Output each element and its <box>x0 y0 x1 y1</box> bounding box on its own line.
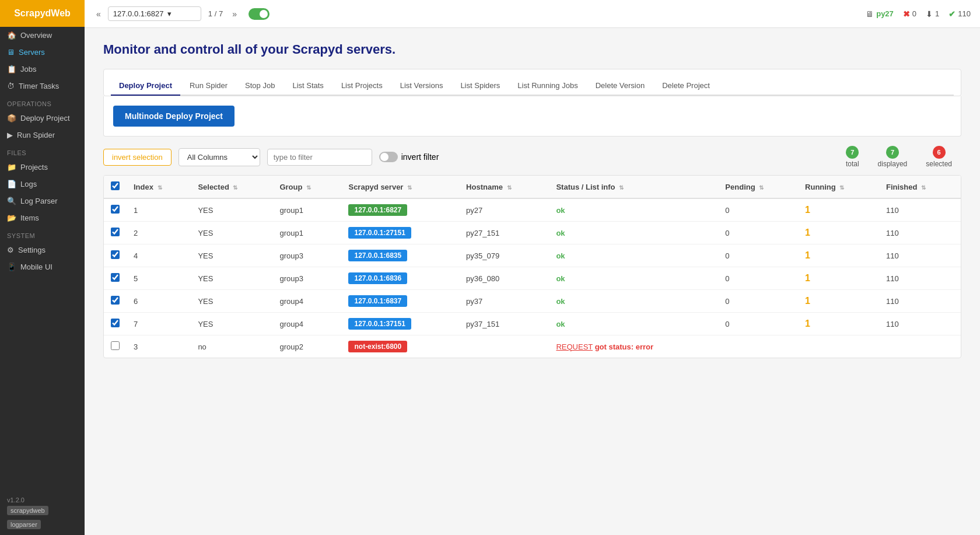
tab-list-projects[interactable]: List Projects <box>333 76 391 96</box>
logparser-badge[interactable]: logparser <box>7 520 41 529</box>
finished-value: 110 <box>886 274 899 283</box>
row-server[interactable]: 127.0.0.1:37151 <box>341 313 459 335</box>
server-tag[interactable]: 127.0.0.1:6827 <box>348 204 407 216</box>
tab-delete-project[interactable]: Delete Project <box>654 76 718 96</box>
tab-stop-job[interactable]: Stop Job <box>237 76 283 96</box>
topbar-finished-stat[interactable]: ✔ 110 <box>949 9 971 19</box>
server-tag[interactable]: 127.0.0.1:6837 <box>348 295 407 307</box>
server-tag[interactable]: not-exist:6800 <box>348 341 407 352</box>
sidebar-logo: ScrapydWeb <box>0 0 85 27</box>
topbar-error-stat[interactable]: ✖ 0 <box>903 9 916 19</box>
py27-label: py27 <box>876 9 894 18</box>
invert-filter-area: invert filter <box>379 152 439 162</box>
columns-select[interactable]: All Columns <box>178 148 260 166</box>
sidebar-label-overview: Overview <box>20 31 52 40</box>
sidebar-item-settings[interactable]: ⚙ Settings <box>0 242 85 258</box>
row-server[interactable]: 127.0.0.1:27151 <box>341 222 459 244</box>
sidebar-label-mobile-ui: Mobile UI <box>20 263 52 271</box>
row-checkbox[interactable] <box>111 296 120 305</box>
running-value: 1 <box>805 228 810 237</box>
row-status: ok <box>549 198 718 222</box>
row-checkbox[interactable] <box>111 319 120 327</box>
row-running: 1 <box>798 267 879 290</box>
header-pending: Pending ⇅ <box>718 176 798 198</box>
row-server[interactable]: 127.0.0.1:6835 <box>341 244 459 267</box>
sidebar-item-log-parser[interactable]: 🔍 Log Parser <box>0 193 85 209</box>
running-value: 1 <box>805 296 810 306</box>
tab-list-spiders[interactable]: List Spiders <box>452 76 508 96</box>
select-all-checkbox[interactable] <box>111 181 120 190</box>
tab-list-stats[interactable]: List Stats <box>284 76 331 96</box>
tab-list-versions[interactable]: List Versions <box>392 76 452 96</box>
row-running: 1 <box>798 222 879 244</box>
finished-icon: ✔ <box>949 9 956 19</box>
table-body: 1 YES group1 127.0.0.1:6827 py27 ok 0 1 … <box>104 198 961 358</box>
server-tag[interactable]: 127.0.0.1:6835 <box>348 250 407 261</box>
row-selected: YES <box>191 313 272 335</box>
sidebar-item-timer-tasks[interactable]: ⏱ Timer Tasks <box>0 78 85 95</box>
tab-list-running-jobs[interactable]: List Running Jobs <box>509 76 586 96</box>
scrapydweb-badge[interactable]: scrapydweb <box>7 506 48 515</box>
row-checkbox[interactable] <box>111 341 120 350</box>
row-running: 1 <box>798 244 879 267</box>
row-selected: YES <box>191 267 272 290</box>
sidebar-item-jobs[interactable]: 📋 Jobs <box>0 61 85 78</box>
header-selected: Selected ⇅ <box>191 176 272 198</box>
sidebar-version: v1.2.0 scrapydweb logparser <box>0 491 85 535</box>
row-selected: YES <box>191 222 272 244</box>
topbar-running-stat[interactable]: ⬇ 1 <box>926 9 939 19</box>
sidebar-item-projects[interactable]: 📁 Projects <box>0 159 85 176</box>
row-pending: 0 <box>718 313 798 335</box>
sidebar-label-logs: Logs <box>20 180 37 188</box>
run-icon: ▶ <box>7 131 13 139</box>
sidebar-label-servers: Servers <box>19 48 45 57</box>
sidebar-item-servers[interactable]: 🖥 Servers <box>0 44 85 61</box>
finished-value: 110 <box>886 297 899 306</box>
stat-badge-selected: 6 selected <box>916 146 961 168</box>
row-checkbox[interactable] <box>111 205 120 214</box>
row-checkbox[interactable] <box>111 228 120 236</box>
row-checkbox[interactable] <box>111 273 120 282</box>
server-icon: 🖥 <box>7 48 15 57</box>
server-toggle[interactable] <box>249 8 270 20</box>
header-hostname: Hostname ⇅ <box>459 176 549 198</box>
sidebar-item-mobile-ui[interactable]: 📱 Mobile UI <box>0 258 85 275</box>
sidebar-item-deploy-project[interactable]: 📦 Deploy Project <box>0 110 85 127</box>
row-server[interactable]: 127.0.0.1:6827 <box>341 198 459 222</box>
page-indicator: 1 / 7 <box>208 9 223 18</box>
row-group: group4 <box>272 290 341 313</box>
multinode-deploy-button[interactable]: Multinode Deploy Project <box>113 106 235 127</box>
monitor-icon: 🖥 <box>866 9 874 19</box>
tabs: Deploy Project Run Spider Stop Job List … <box>111 76 954 96</box>
row-server[interactable]: 127.0.0.1:6837 <box>341 290 459 313</box>
row-index: 5 <box>127 267 191 290</box>
sidebar-item-run-spider[interactable]: ▶ Run Spider <box>0 127 85 144</box>
row-server[interactable]: not-exist:6800 <box>341 335 459 358</box>
server-select[interactable]: 127.0.0.1:6827 ▾ <box>108 6 201 21</box>
server-tag[interactable]: 127.0.0.1:6836 <box>348 272 407 284</box>
timer-icon: ⏱ <box>7 82 15 90</box>
row-group: group3 <box>272 244 341 267</box>
finished-value: 110 <box>886 251 899 260</box>
sidebar-item-items[interactable]: 📂 Items <box>0 209 85 226</box>
pending-value: 0 <box>725 274 729 283</box>
prev-page-button[interactable]: « <box>94 8 103 20</box>
invert-selection-button[interactable]: invert selection <box>103 149 172 166</box>
sidebar-item-overview[interactable]: 🏠 Overview <box>0 27 85 44</box>
server-tag[interactable]: 127.0.0.1:27151 <box>348 227 411 239</box>
table-row: 5 YES group3 127.0.0.1:6836 py36_080 ok … <box>104 267 961 290</box>
tab-run-spider[interactable]: Run Spider <box>181 76 236 96</box>
row-index: 2 <box>127 222 191 244</box>
row-checkbox[interactable] <box>111 250 120 259</box>
error-request-link[interactable]: REQUEST <box>556 342 593 351</box>
invert-filter-toggle[interactable] <box>379 152 398 162</box>
row-status: ok <box>549 290 718 313</box>
sidebar-item-logs[interactable]: 📄 Logs <box>0 176 85 193</box>
topbar-monitor-stat[interactable]: 🖥 py27 <box>866 9 894 19</box>
next-page-button[interactable]: » <box>230 8 239 20</box>
tab-delete-version[interactable]: Delete Version <box>587 76 653 96</box>
filter-input[interactable] <box>267 149 372 166</box>
row-server[interactable]: 127.0.0.1:6836 <box>341 267 459 290</box>
tab-deploy-project[interactable]: Deploy Project <box>111 76 180 96</box>
server-tag[interactable]: 127.0.0.1:37151 <box>348 318 411 330</box>
